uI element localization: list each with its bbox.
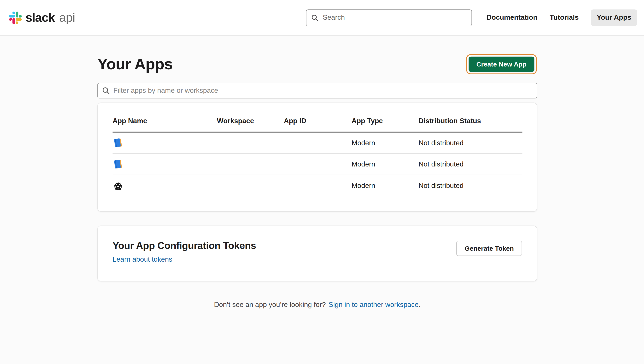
header-search-box[interactable] — [306, 9, 472, 26]
config-tokens-card: Your App Configuration Tokens Learn abou… — [97, 226, 537, 281]
filter-search-icon — [102, 87, 110, 94]
footer-note: Don’t see an app you’re looking for? Sig… — [97, 300, 537, 309]
generate-token-button[interactable]: Generate Token — [457, 241, 522, 256]
app-type: Modern — [352, 160, 418, 168]
sign-in-another-workspace-link[interactable]: Sign in to another workspace — [329, 300, 418, 308]
app-row[interactable]: Modern Not distributed — [113, 154, 522, 175]
slack-logo-icon — [9, 12, 22, 24]
col-app-type: App Type — [352, 117, 418, 125]
app-row[interactable]: Modern Not distributed — [113, 175, 522, 197]
apps-table-header: App Name Workspace App ID App Type Distr… — [113, 117, 522, 132]
filter-apps — [97, 83, 537, 98]
app-type: Modern — [352, 182, 418, 190]
main-content: Your Apps Create New App App Name Worksp… — [97, 55, 537, 309]
search-input[interactable] — [322, 13, 466, 22]
app-row[interactable]: Modern Not distributed — [113, 132, 522, 154]
brand-suffix: api — [59, 11, 75, 25]
tokens-card-title: Your App Configuration Tokens — [113, 240, 256, 252]
blue-book-icon — [113, 159, 124, 170]
apps-table-card: App Name Workspace App ID App Type Distr… — [97, 102, 537, 212]
top-nav: Documentation Tutorials Your Apps — [487, 10, 637, 26]
nav-your-apps[interactable]: Your Apps — [591, 10, 637, 26]
footer-note-suffix: . — [418, 300, 420, 308]
create-new-app-button[interactable]: Create New App — [469, 57, 534, 72]
black-star-icon — [113, 180, 124, 192]
app-distribution-status: Not distributed — [418, 139, 522, 147]
nav-documentation[interactable]: Documentation — [487, 14, 537, 22]
col-distribution-status: Distribution Status — [418, 117, 522, 125]
col-app-name: App Name — [113, 117, 217, 125]
learn-about-tokens-link[interactable]: Learn about tokens — [113, 256, 172, 264]
filter-apps-input[interactable] — [97, 83, 537, 98]
app-distribution-status: Not distributed — [418, 182, 522, 190]
slack-api-logo[interactable]: slackapi — [9, 11, 75, 25]
blue-book-icon — [113, 138, 124, 148]
brand-name: slack — [26, 11, 55, 25]
app-type: Modern — [352, 139, 418, 147]
search-icon — [311, 14, 318, 21]
footer-note-text: Don’t see an app you’re looking for? — [214, 300, 326, 308]
nav-tutorials[interactable]: Tutorials — [550, 14, 579, 22]
col-workspace: Workspace — [217, 117, 284, 125]
page-title: Your Apps — [97, 55, 173, 73]
app-distribution-status: Not distributed — [418, 160, 522, 168]
site-header: slackapi Documentation Tutorials Your Ap… — [0, 0, 644, 36]
title-row: Your Apps Create New App — [97, 55, 537, 73]
col-app-id: App ID — [284, 117, 352, 125]
tokens-card-text: Your App Configuration Tokens Learn abou… — [113, 240, 256, 264]
